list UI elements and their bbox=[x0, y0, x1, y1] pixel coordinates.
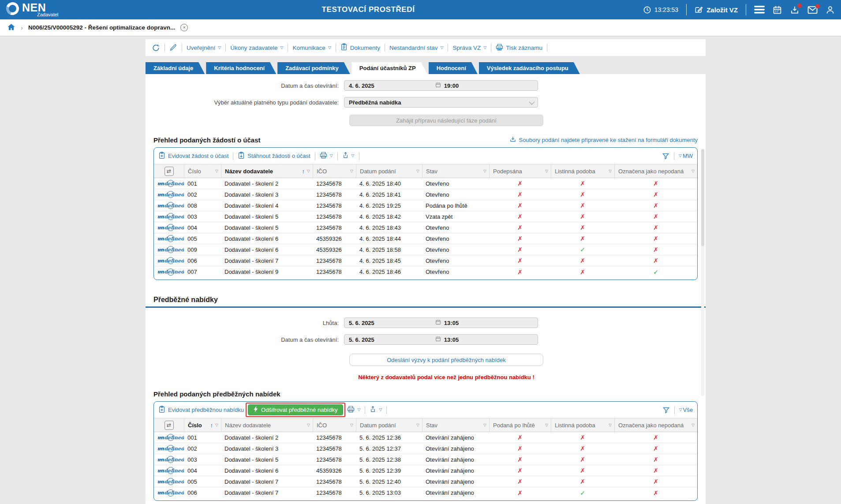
view-selector[interactable]: MW bbox=[683, 153, 693, 159]
menu-sprava-vz[interactable]: Správa VZ▽ bbox=[452, 45, 486, 51]
filter-dropdown-icon[interactable]: ▽ bbox=[416, 423, 419, 427]
opening-time-value[interactable]: 19:00 bbox=[444, 82, 459, 89]
messages-icon[interactable] bbox=[807, 6, 818, 14]
table-row[interactable]: undefined002Dodavatel - školení 31234567… bbox=[154, 189, 697, 200]
register-offer-button[interactable]: Evidovat předběžnou nabídku bbox=[158, 406, 244, 414]
tab-zadavaci-podminky[interactable]: Zadávací podmínky bbox=[277, 62, 350, 74]
nen-logo[interactable]: NEN Zadavatel bbox=[6, 2, 58, 17]
row-info-icon[interactable]: undefined bbox=[167, 202, 174, 209]
table-row[interactable]: undefined008Dodavatel - školení 41234567… bbox=[154, 200, 697, 211]
row-info-icon[interactable]: undefined bbox=[167, 467, 174, 474]
export-table-button[interactable]: ▽ bbox=[370, 406, 382, 414]
filter-dropdown-icon[interactable]: ▽ bbox=[350, 169, 353, 173]
prelim-opening-date-value[interactable]: 5. 6. 2025 bbox=[344, 336, 435, 343]
view-selector[interactable]: Vše bbox=[683, 407, 693, 413]
row-info-icon[interactable]: undefined bbox=[167, 246, 174, 253]
menu-nestandardni-stav[interactable]: Nestandardní stav▽ bbox=[389, 45, 443, 51]
tab-kriteria-hodnoceni[interactable]: Kritéria hodnocení bbox=[206, 62, 276, 74]
filter-dropdown-icon[interactable]: ▽ bbox=[483, 423, 486, 427]
col-listinna-podoba[interactable]: Listinná podoba▽ bbox=[551, 164, 614, 178]
export-table-button[interactable]: ▽ bbox=[342, 152, 355, 160]
filter-dropdown-icon[interactable]: ▽ bbox=[545, 169, 548, 173]
menu-uverejneni[interactable]: Uveřejnění▽ bbox=[187, 45, 221, 51]
col-nazev-dodavatele[interactable]: Název dodavatele↑▽ bbox=[221, 164, 313, 178]
table-row[interactable]: undefined001Dodavatel - školení 21234567… bbox=[154, 432, 697, 443]
row-info-icon[interactable]: undefined bbox=[167, 456, 174, 463]
submission-type-select[interactable]: Předběžná nabídka bbox=[344, 97, 538, 108]
col-podepsana[interactable]: Podepsána▽ bbox=[489, 164, 551, 178]
col-podana-po-lhute[interactable]: Podaná po lhůtě▽ bbox=[489, 418, 551, 432]
filter-dropdown-icon[interactable]: ▽ bbox=[691, 423, 695, 427]
row-info-icon[interactable]: undefined bbox=[167, 191, 174, 198]
row-info-icon[interactable]: undefined bbox=[167, 180, 174, 187]
filter-dropdown-icon[interactable]: ▽ bbox=[691, 169, 695, 173]
row-info-icon[interactable]: undefined bbox=[167, 235, 174, 242]
col-nazev-dodavatele[interactable]: Název dodavatele▽ bbox=[221, 418, 313, 432]
calendar-icon[interactable] bbox=[773, 5, 782, 15]
column-settings-icon[interactable]: ⇄ bbox=[164, 167, 174, 176]
download-requests-button[interactable]: Stáhnout žádosti o účast bbox=[238, 152, 310, 161]
filter-dropdown-icon[interactable]: ▽ bbox=[307, 169, 310, 173]
register-request-button[interactable]: Evidovat žádost o účast bbox=[158, 152, 228, 161]
filter-dropdown-icon[interactable]: ▽ bbox=[609, 423, 612, 427]
table-row[interactable]: undefined004Dodavatel - školení 64535932… bbox=[154, 465, 697, 476]
table-row[interactable]: undefined005Dodavatel - školení 71234567… bbox=[154, 476, 697, 487]
table-row[interactable]: undefined006Dodavatel - školení 71234567… bbox=[154, 487, 697, 498]
filter-dropdown-icon[interactable]: ▽ bbox=[307, 423, 310, 427]
decrypt-offers-button[interactable]: Odšifrovat předběžné nabídky bbox=[248, 404, 343, 415]
scrollbar[interactable] bbox=[701, 149, 704, 396]
close-record-icon[interactable]: × bbox=[180, 24, 188, 31]
col-ico[interactable]: IČO▽ bbox=[313, 164, 356, 178]
table-row[interactable]: undefined005Dodavatel - školení 64535932… bbox=[154, 233, 697, 244]
row-info-icon[interactable]: undefined bbox=[167, 489, 174, 497]
row-info-icon[interactable]: undefined bbox=[167, 478, 174, 485]
column-settings-icon[interactable]: ⇄ bbox=[164, 421, 174, 430]
table-row[interactable]: undefined009Dodavatel - školení 64535932… bbox=[154, 244, 697, 255]
table-row[interactable]: undefined003Dodavatel - školení 51234567… bbox=[154, 211, 697, 222]
col-stav[interactable]: Stav▽ bbox=[422, 164, 489, 178]
deadline-date-value[interactable]: 5. 6. 2025 bbox=[344, 320, 435, 326]
tab-podani-ucastniku-zp[interactable]: Podání účastníků ZP bbox=[351, 62, 427, 74]
send-call-button[interactable]: Odeslání výzvy k podání předběžných nabí… bbox=[349, 354, 543, 366]
col-listinna-podoba[interactable]: Listinná podoba▽ bbox=[551, 418, 614, 432]
print-table-button[interactable]: ▽ bbox=[347, 406, 360, 414]
col-datum-podani[interactable]: Datum podání▽ bbox=[356, 164, 422, 178]
prelim-opening-time-value[interactable]: 13:05 bbox=[444, 336, 459, 343]
menu-komunikace[interactable]: Komunikace▽ bbox=[292, 45, 331, 51]
home-icon[interactable] bbox=[7, 23, 15, 33]
filter-dropdown-icon[interactable]: ▽ bbox=[609, 169, 612, 173]
table-row[interactable]: undefined001Dodavatel - školení 21234567… bbox=[154, 178, 697, 189]
table-row[interactable]: undefined003Dodavatel - školení 51234567… bbox=[154, 454, 697, 465]
tab-vysledek-zadavaciho-postupu[interactable]: Výsledek zadávacího postupu bbox=[479, 62, 580, 74]
row-info-icon[interactable]: undefined bbox=[167, 213, 174, 220]
col-cislo[interactable]: Číslo↑▽ bbox=[184, 418, 221, 432]
submission-files-link[interactable]: Soubory podání najdete připravené ke sta… bbox=[509, 136, 698, 144]
downloads-icon[interactable] bbox=[790, 5, 800, 15]
col-oznacena-jako-nepodana[interactable]: Označena jako nepodaná▽ bbox=[614, 418, 697, 432]
tab-zakladni-udaje[interactable]: Základní údaje bbox=[146, 62, 205, 74]
row-info-icon[interactable]: undefined bbox=[167, 224, 174, 231]
create-vz-button[interactable]: Založit VZ bbox=[695, 6, 738, 14]
menu-dokumenty[interactable]: Dokumenty bbox=[340, 43, 380, 52]
row-info-icon[interactable]: undefined bbox=[167, 445, 174, 452]
col-oznacena-jako-nepodana[interactable]: Označena jako nepodaná▽ bbox=[614, 164, 697, 178]
filter-dropdown-icon[interactable]: ▽ bbox=[215, 169, 218, 173]
scrollbar-thumb[interactable] bbox=[701, 149, 704, 246]
tab-hodnoceni[interactable]: Hodnocení bbox=[429, 62, 478, 74]
table-row[interactable]: undefined004Dodavatel - školení 51234567… bbox=[154, 222, 697, 233]
row-info-icon[interactable]: undefined bbox=[167, 257, 174, 264]
filter-icon[interactable] bbox=[662, 153, 669, 160]
filter-icon[interactable] bbox=[662, 407, 670, 414]
opening-date-value[interactable]: 4. 6. 2025 bbox=[344, 82, 435, 89]
print-table-button[interactable]: ▽ bbox=[320, 152, 333, 160]
breadcrumb[interactable]: N006/25/V00005292 - Řešení optimalizace … bbox=[28, 24, 175, 31]
col-cislo[interactable]: Číslo▽ bbox=[184, 164, 221, 178]
refresh-icon[interactable] bbox=[152, 44, 160, 52]
menu-ukony-zadavatele[interactable]: Úkony zadavatele▽ bbox=[230, 45, 283, 51]
col-ico[interactable]: IČO▽ bbox=[313, 418, 356, 432]
col-stav[interactable]: Stav▽ bbox=[422, 418, 489, 432]
filter-dropdown-icon[interactable]: ▽ bbox=[545, 423, 548, 427]
filter-dropdown-icon[interactable]: ▽ bbox=[215, 423, 218, 427]
start-next-phase-button[interactable]: Zahájit přípravu následující fáze podání bbox=[349, 115, 543, 126]
row-info-icon[interactable]: undefined bbox=[167, 269, 174, 276]
